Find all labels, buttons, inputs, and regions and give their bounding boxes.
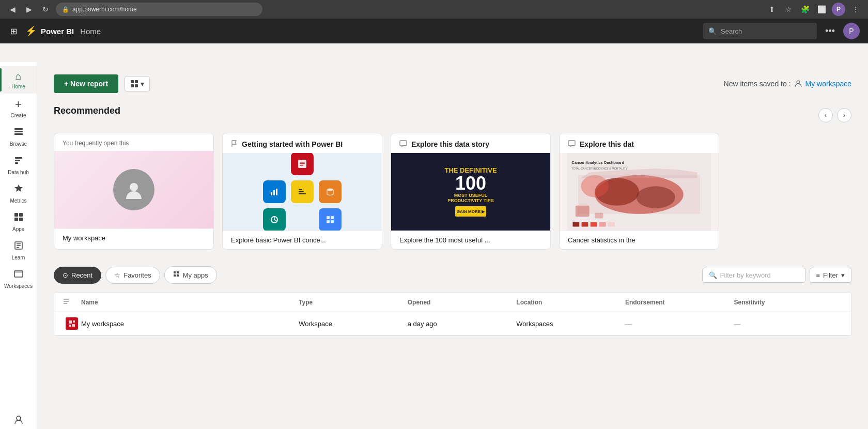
table-col-type-header: Type [299, 299, 408, 306]
table-row-location: Workspaces [516, 320, 625, 328]
workspace-user-icon [794, 80, 802, 88]
sidebar-label-learn: Learn [12, 255, 25, 261]
tab-myapps[interactable]: My apps [164, 266, 217, 284]
favorites-icon: ☆ [114, 271, 120, 279]
svg-rect-59 [69, 320, 72, 324]
svg-point-44 [637, 186, 675, 208]
svg-rect-19 [131, 84, 134, 87]
sidebar-label-browse: Browse [10, 141, 27, 147]
browser-forward-button[interactable]: ▶ [23, 3, 35, 16]
browser-window-button[interactable]: ⬜ [815, 3, 828, 16]
svg-rect-8 [14, 218, 18, 221]
svg-rect-2 [14, 133, 23, 135]
topbar-user-avatar[interactable]: P [843, 23, 860, 39]
apps-icon [13, 212, 24, 225]
svg-text:TOTAL CANCER INCIDENCE & MORTA: TOTAL CANCER INCIDENCE & MORTALITY [571, 167, 628, 170]
sidebar-item-workspaces[interactable]: Workspaces [0, 265, 37, 293]
sidebar-item-browse[interactable]: Browse [0, 122, 37, 151]
toolbar: + New report ▾ New items saved to : My w… [54, 74, 851, 93]
svg-rect-20 [135, 84, 138, 87]
apps-grid-icon[interactable]: ⊞ [8, 24, 19, 38]
view-toggle-button[interactable]: ▾ [125, 76, 150, 91]
card-getting-started[interactable]: Getting started with Power BI [222, 133, 382, 250]
svg-rect-49 [599, 222, 606, 227]
powerbi-icon-bar [291, 180, 314, 203]
tab-favorites[interactable]: ☆ Favorites [105, 267, 160, 284]
card-header-title-getting-started: Getting started with Power BI [242, 140, 343, 149]
browser-star-button[interactable]: ☆ [782, 3, 795, 16]
topbar-brand-name: Power BI [41, 27, 74, 36]
topbar-more-button[interactable]: ••• [823, 24, 837, 39]
topbar-search-box[interactable]: 🔍 Search [703, 23, 817, 39]
svg-point-33 [327, 189, 333, 191]
sidebar-item-create[interactable]: + Create [0, 94, 37, 122]
browser-menu-button[interactable]: ⋮ [849, 3, 862, 16]
comment-icon-2 [568, 140, 576, 149]
card-header-title-cancer-stats: Explore this dat [580, 140, 634, 149]
svg-point-22 [130, 183, 138, 191]
prev-arrow-button[interactable]: ‹ [818, 108, 833, 122]
svg-rect-0 [14, 128, 23, 130]
table-col-opened-header: Opened [408, 299, 517, 306]
browser-user-avatar[interactable]: P [832, 3, 845, 16]
svg-rect-29 [276, 189, 277, 195]
sidebar-item-learn[interactable]: Learn [0, 236, 37, 265]
browser-actions: ⬆ ☆ 🧩 ⬜ P ⋮ [766, 3, 862, 16]
svg-rect-47 [582, 222, 588, 227]
browser-url-bar[interactable]: 🔒 app.powerbi.com/home [56, 3, 262, 16]
table-col-sensitivity-header: Sensitivity [734, 299, 843, 306]
comment-icon [399, 140, 407, 149]
table-row-endorsement: — [625, 320, 734, 328]
browser-share-button[interactable]: ⬆ [766, 3, 778, 16]
svg-rect-9 [19, 218, 23, 221]
svg-rect-17 [131, 80, 134, 83]
sidebar-label-workspaces: Workspaces [4, 283, 33, 289]
table-row[interactable]: My workspace Workspace a day ago Workspa… [54, 312, 851, 335]
svg-rect-31 [299, 191, 304, 192]
svg-rect-46 [572, 222, 579, 227]
svg-rect-53 [576, 206, 590, 217]
powerbi-icon-chart [263, 180, 286, 203]
svg-rect-26 [300, 165, 303, 166]
card-100-tips[interactable]: Explore this data story THE DEFINITIVE 1… [391, 133, 551, 250]
svg-rect-62 [72, 324, 75, 327]
browser-reload-button[interactable]: ↻ [39, 3, 52, 16]
tabs-row: ⊙ Recent ☆ Favorites My apps 🔍 Filter by… [54, 266, 851, 284]
svg-rect-40 [568, 141, 575, 146]
sidebar-label-metrics: Metrics [10, 198, 26, 204]
sidebar-item-home[interactable]: ⌂ Home [0, 66, 37, 94]
svg-rect-60 [73, 320, 75, 323]
sidebar-label-home: Home [11, 84, 25, 89]
card-cancer-stats[interactable]: Explore this dat [559, 133, 719, 250]
workspaces-icon [13, 269, 24, 282]
table-col-icon-header [63, 298, 81, 307]
table-header: Name Type Opened Location Endorsement Se… [54, 293, 851, 312]
card-my-workspace[interactable]: You frequently open this My workspace [54, 133, 214, 250]
recent-icon: ⊙ [63, 271, 68, 279]
browser-extension-button[interactable]: 🧩 [799, 3, 811, 16]
next-arrow-button[interactable]: › [837, 108, 851, 122]
workspace-file-icon [66, 317, 78, 330]
sidebar: ⌂ Home + Create Browse Data hub Metrics [0, 62, 37, 429]
chevron-down-icon: ▾ [141, 80, 144, 88]
filter-input[interactable]: 🔍 Filter by keyword [702, 268, 805, 283]
workspace-name-link[interactable]: My workspace [805, 80, 851, 88]
table-col-endorsement-header: Endorsement [625, 299, 734, 306]
sidebar-item-datahub[interactable]: Data hub [0, 151, 37, 179]
svg-rect-57 [174, 274, 176, 277]
new-report-button[interactable]: + New report [54, 74, 118, 93]
table-row-name: My workspace [81, 320, 299, 328]
browser-back-button[interactable]: ◀ [6, 3, 19, 16]
sidebar-item-metrics[interactable]: Metrics [0, 179, 37, 208]
svg-rect-28 [273, 190, 275, 195]
card-footer-100-tips: Explore the 100 most useful ... [391, 231, 550, 249]
filter-button[interactable]: ≡ Filter ▾ [810, 268, 851, 283]
sidebar-item-myworkspace[interactable]: Myworkspace [0, 410, 37, 429]
sidebar-label-datahub: Data hub [8, 170, 29, 175]
svg-rect-36 [331, 216, 334, 219]
workspace-avatar [113, 169, 154, 210]
tab-recent[interactable]: ⊙ Recent [54, 267, 101, 284]
home-icon: ⌂ [15, 70, 21, 82]
sidebar-item-apps[interactable]: Apps [0, 208, 37, 236]
table-row-sensitivity: — [734, 320, 843, 328]
